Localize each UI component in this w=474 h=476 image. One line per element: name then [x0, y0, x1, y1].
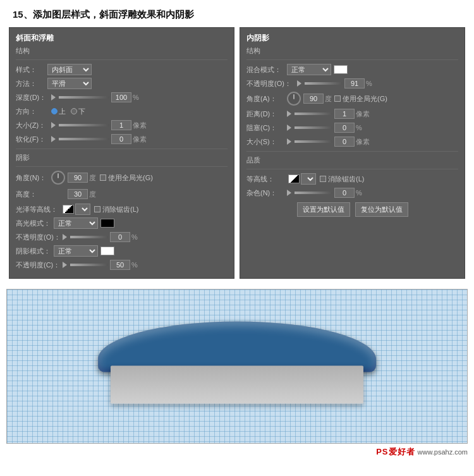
depth-input[interactable]: [111, 92, 131, 102]
distance-slider[interactable]: [295, 113, 332, 115]
gloss-row: 光泽等高线： 消除锯齿(L): [16, 204, 228, 215]
shadow-opacity-slider[interactable]: [70, 264, 108, 266]
inner-angle-label: 角度(A)：: [246, 94, 287, 104]
size-slider[interactable]: [59, 124, 109, 126]
style-row: 样式： 内斜面: [16, 64, 228, 75]
global-light-checkbox[interactable]: 使用全局光(G): [100, 173, 153, 183]
distance-unit: 像素: [356, 109, 370, 119]
inner-size-slider[interactable]: [295, 140, 332, 143]
blend-mode-label: 混合模式：: [246, 65, 287, 75]
blend-color-swatch[interactable]: [334, 65, 348, 74]
contour-alias-box[interactable]: [320, 176, 326, 182]
page-container: 15、添加图层样式，斜面浮雕效果和内阴影 斜面和浮雕 结构 样式： 内斜面 方法…: [0, 0, 474, 460]
set-default-button[interactable]: 设置为默认值: [297, 202, 350, 217]
inner-global-light-label: 使用全局光(G): [343, 94, 387, 104]
direction-down-radio[interactable]: [71, 108, 77, 114]
opacity-input[interactable]: [344, 78, 365, 88]
bevel-section1-title: 结构: [16, 46, 228, 56]
inner-size-label: 大小(S)：: [246, 137, 287, 147]
shadow-opacity-input[interactable]: [110, 260, 130, 270]
noise-slider[interactable]: [295, 192, 332, 194]
noise-input[interactable]: [334, 188, 355, 198]
opacity-unit: %: [366, 80, 372, 87]
shadow-color-swatch[interactable]: [100, 247, 114, 255]
inner-size-input[interactable]: [334, 137, 355, 147]
highlight-opacity-row: 不透明度(O)： %: [16, 231, 228, 243]
inner-global-light-box[interactable]: [334, 95, 341, 102]
opacity-slider[interactable]: [305, 82, 343, 85]
direction-up-radio[interactable]: [51, 108, 58, 114]
noise-icon: [287, 190, 291, 196]
choke-label: 阻塞(C)：: [246, 123, 287, 133]
gloss-dropdown[interactable]: [75, 204, 90, 215]
angle-label: 角度(N)：: [16, 173, 51, 183]
direction-down-item[interactable]: 下: [71, 107, 85, 116]
method-row: 方法： 平滑: [16, 78, 228, 89]
inner-shadow-panel: 内阴影 结构 混合模式： 正常 不透明度(O)： % 角度(A): [240, 27, 465, 279]
direction-up-item[interactable]: 上: [51, 107, 66, 116]
depth-label: 深度(D)：: [16, 93, 51, 102]
altitude-row: 高度： 度: [16, 187, 228, 201]
inner-global-light-checkbox[interactable]: 使用全局光(G): [334, 94, 387, 104]
gloss-swatch[interactable]: [63, 205, 74, 214]
size-row: 大小(Z)： 像素: [16, 119, 228, 131]
shadow-mode-row: 阴影模式： 正常: [16, 245, 228, 257]
noise-row: 杂色(N)： %: [246, 187, 458, 198]
distance-icon: [287, 111, 291, 117]
reset-default-button[interactable]: 复位为默认值: [355, 202, 408, 217]
direction-radio-group: 上 下: [51, 107, 85, 116]
shadow-opacity-label: 不透明度(C)：: [16, 260, 63, 270]
inner-size-unit: 像素: [356, 137, 370, 147]
angle-input[interactable]: [68, 173, 88, 183]
choke-input[interactable]: [334, 123, 355, 133]
highlight-mode-select[interactable]: 正常: [54, 217, 98, 229]
highlight-opacity-icon: [63, 234, 67, 240]
shadow-mode-select[interactable]: 正常: [54, 245, 98, 257]
soften-slider-icon: [51, 136, 56, 142]
soften-input[interactable]: [111, 134, 131, 144]
soften-slider[interactable]: [59, 138, 109, 140]
gloss-label: 光泽等高线：: [16, 205, 61, 214]
distance-input[interactable]: [334, 109, 355, 119]
altitude-unit: 度: [89, 190, 96, 199]
contour-alias-label: 消除锯齿(L): [328, 174, 364, 184]
angle-dial[interactable]: [51, 171, 65, 185]
shadow-opacity-icon: [63, 262, 67, 268]
highlight-opacity-slider[interactable]: [70, 236, 108, 238]
soften-row: 软化(F)： 像素: [16, 133, 228, 145]
shadow-section-title: 阴影: [16, 153, 228, 162]
inner-size-row: 大小(S)： 像素: [246, 136, 458, 147]
elim-alias-checkbox[interactable]: 消除锯齿(L): [94, 205, 138, 214]
depth-slider[interactable]: [59, 96, 109, 99]
inner-size-icon: [287, 138, 291, 145]
size-slider-icon: [51, 122, 56, 128]
method-select[interactable]: 平滑: [47, 78, 92, 89]
distance-row: 距离(D)： 像素: [246, 108, 458, 119]
highlight-opacity-unit: %: [131, 233, 138, 241]
highlight-opacity-input[interactable]: [110, 232, 130, 242]
choke-slider[interactable]: [295, 126, 332, 129]
inner-shadow-section1: 结构: [246, 46, 458, 56]
contour-row: 等高线： 消除锯齿(L): [246, 173, 458, 185]
method-label: 方法：: [16, 79, 47, 88]
contour-swatch[interactable]: [288, 174, 300, 183]
global-light-box[interactable]: [100, 174, 106, 181]
highlight-color-swatch[interactable]: [100, 219, 114, 228]
size-input[interactable]: [111, 120, 131, 130]
bevel-emboss-panel: 斜面和浮雕 结构 样式： 内斜面 方法： 平滑 深度(D)：: [9, 27, 234, 279]
elim-alias-box[interactable]: [94, 206, 100, 212]
angle-row: 角度(N)： 度 使用全局光(G): [16, 171, 228, 185]
contour-alias-checkbox[interactable]: 消除锯齿(L): [320, 174, 364, 184]
altitude-input[interactable]: [68, 189, 88, 199]
style-select[interactable]: 内斜面: [47, 64, 92, 75]
contour-dropdown[interactable]: [301, 173, 316, 185]
inner-angle-input[interactable]: [303, 94, 324, 104]
page-title: 15、添加图层样式，斜面浮雕效果和内阴影: [0, 0, 474, 27]
size-label: 大小(Z)：: [16, 121, 51, 130]
soften-label: 软化(F)：: [16, 135, 51, 144]
inner-angle-dial[interactable]: [287, 92, 301, 106]
choke-icon: [287, 125, 291, 131]
blend-mode-select[interactable]: 正常: [287, 64, 331, 75]
inner-angle-unit: 度: [325, 94, 332, 104]
contour-label: 等高线：: [246, 174, 287, 184]
